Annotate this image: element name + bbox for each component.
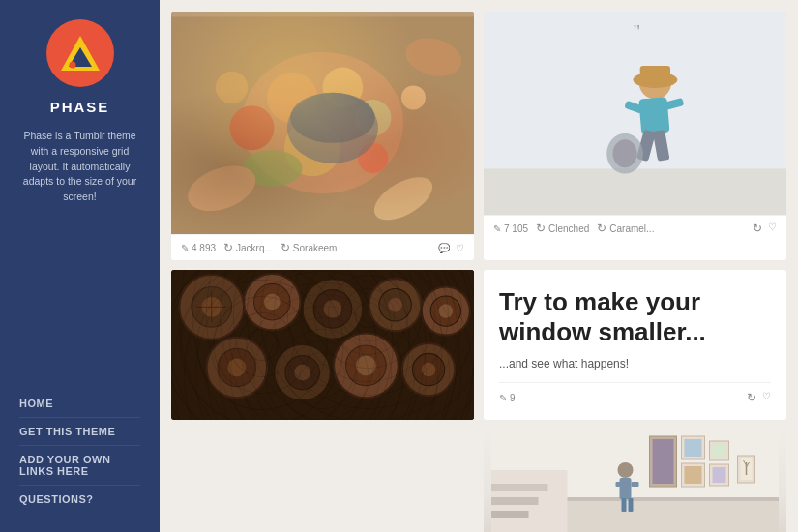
person-image: " — [484, 12, 786, 215]
food-actions: 💬 ♡ — [438, 243, 464, 253]
reblog2-icon: ↻ — [281, 241, 290, 254]
svg-point-46 — [388, 298, 402, 312]
svg-point-2 — [69, 62, 75, 69]
food-user1: ↻ Jackrq... — [223, 241, 273, 254]
svg-point-61 — [422, 363, 436, 377]
nav-links: HOME GET THIS THEME ADD YOUR OWN LINKS H… — [12, 390, 148, 513]
svg-point-45 — [379, 289, 411, 321]
site-description: Phase is a Tumblr theme with a responsiv… — [12, 129, 148, 205]
person-actions: ↻ ♡ — [753, 222, 777, 235]
svg-point-36 — [192, 287, 232, 328]
post-person: " ✎ 7 105 ↻ Clenched ↻ Caramel... ↻ — [484, 12, 786, 260]
svg-point-54 — [285, 355, 319, 389]
text-post-heading: Try to make your window smaller... — [499, 287, 771, 347]
svg-point-35 — [179, 275, 244, 340]
text-notes: ✎ 9 — [499, 393, 516, 403]
logo — [46, 19, 114, 87]
svg-point-43 — [324, 300, 342, 318]
food-user2: ↻ Sorakeem — [281, 241, 338, 254]
svg-rect-82 — [620, 478, 632, 499]
svg-rect-18 — [171, 12, 474, 16]
food-card-footer: ✎ 4 893 ↻ Jackrq... ↻ Sorakeem 💬 ♡ — [171, 234, 474, 260]
sidebar: PHASE Phase is a Tumblr theme with a res… — [0, 0, 160, 532]
text-post-subtext: ...and see what happens! — [499, 357, 771, 370]
svg-rect-74 — [713, 444, 726, 458]
nav-item-get-theme[interactable]: GET THIS THEME — [19, 417, 140, 445]
text-reblog-icon[interactable]: ↻ — [747, 391, 756, 404]
nav-item-questions[interactable]: QUESTIONS? — [19, 485, 140, 513]
svg-rect-3 — [171, 12, 474, 234]
text-note-icon: ✎ — [499, 393, 507, 403]
post-logs — [171, 270, 474, 420]
svg-point-81 — [618, 462, 634, 478]
food-image — [171, 12, 474, 234]
svg-point-55 — [294, 365, 310, 381]
svg-point-49 — [438, 304, 453, 318]
main-content: ✎ 4 893 ↻ Jackrq... ↻ Sorakeem 💬 ♡ — [160, 0, 798, 532]
person-user2: ↻ Caramel... — [597, 222, 654, 235]
person-user1: ↻ Clenched — [536, 222, 589, 235]
svg-rect-34 — [171, 270, 474, 420]
post-text: Try to make your window smaller... ...an… — [484, 270, 786, 420]
svg-point-12 — [358, 143, 388, 173]
svg-point-8 — [230, 105, 275, 150]
svg-rect-72 — [685, 466, 702, 484]
food-notes: ✎ 4 893 — [181, 243, 216, 253]
svg-point-5 — [242, 52, 403, 193]
note2-icon: ✎ — [493, 223, 501, 234]
svg-rect-85 — [622, 498, 627, 512]
svg-rect-76 — [713, 467, 726, 483]
svg-point-32 — [613, 139, 637, 167]
svg-point-58 — [356, 355, 376, 375]
svg-point-16 — [401, 32, 465, 81]
svg-rect-22 — [484, 168, 786, 215]
text-heart-icon[interactable]: ♡ — [762, 391, 771, 404]
svg-point-47 — [422, 287, 470, 336]
nav-item-home[interactable]: HOME — [19, 390, 140, 417]
svg-text:": " — [633, 21, 640, 42]
svg-rect-4 — [171, 12, 474, 234]
svg-point-41 — [303, 279, 364, 340]
person-card-footer: ✎ 7 105 ↻ Clenched ↻ Caramel... ↻ ♡ — [484, 215, 786, 241]
svg-point-50 — [207, 338, 268, 399]
svg-point-57 — [345, 345, 386, 386]
svg-rect-84 — [632, 482, 639, 487]
svg-point-44 — [369, 279, 421, 331]
svg-point-48 — [430, 296, 460, 326]
heart-icon[interactable]: ♡ — [456, 243, 464, 253]
logs-image — [171, 270, 474, 420]
svg-point-51 — [218, 348, 256, 387]
reblog3-icon: ↻ — [536, 222, 546, 235]
logo-icon — [59, 32, 102, 74]
svg-point-9 — [355, 100, 392, 136]
room-svg — [491, 429, 779, 532]
svg-point-52 — [227, 359, 246, 377]
person-heart-icon[interactable]: ♡ — [768, 222, 777, 235]
post-food: ✎ 4 893 ↻ Jackrq... ↻ Sorakeem 💬 ♡ — [171, 12, 474, 260]
svg-point-37 — [201, 297, 222, 317]
nav-item-add-links[interactable]: ADD YOUR OWN LINKS HERE — [19, 445, 140, 485]
logs-svg — [171, 270, 474, 420]
svg-point-60 — [412, 353, 444, 385]
svg-point-53 — [274, 344, 330, 400]
food-svg — [171, 12, 474, 234]
svg-point-6 — [267, 73, 317, 123]
text-post-footer: ✎ 9 ↻ ♡ — [499, 382, 771, 404]
svg-rect-83 — [616, 482, 624, 487]
svg-point-59 — [402, 343, 455, 396]
svg-point-7 — [323, 68, 364, 108]
svg-point-42 — [313, 290, 352, 329]
svg-point-14 — [216, 72, 248, 103]
svg-point-56 — [334, 334, 399, 399]
svg-rect-25 — [640, 66, 670, 84]
person-svg: " — [484, 12, 786, 215]
svg-point-13 — [401, 85, 426, 109]
site-title: PHASE — [50, 99, 110, 115]
person-reblog-icon[interactable]: ↻ — [753, 222, 762, 235]
note-icon: ✎ — [181, 243, 189, 253]
post-grid: ✎ 4 893 ↻ Jackrq... ↻ Sorakeem 💬 ♡ — [171, 12, 786, 532]
comment-icon[interactable]: 💬 — [438, 243, 450, 253]
text-actions: ↻ ♡ — [747, 391, 771, 404]
svg-rect-86 — [629, 498, 634, 512]
svg-point-17 — [368, 168, 440, 228]
